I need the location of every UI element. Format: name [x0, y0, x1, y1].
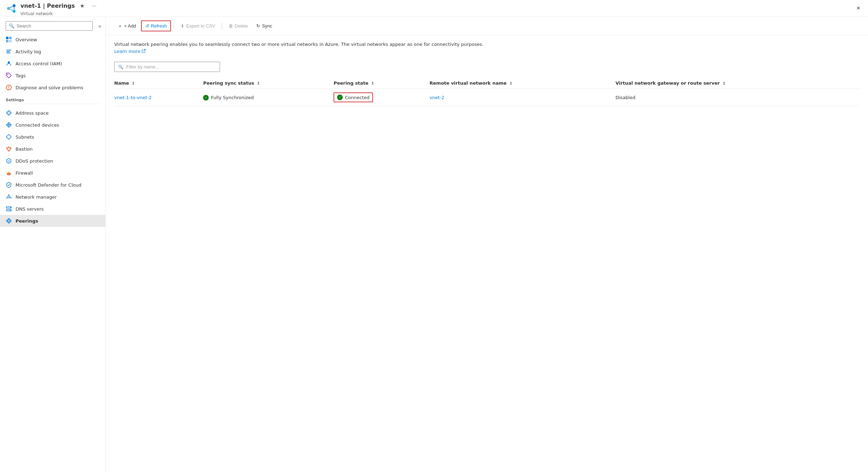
sidebar-item-overview[interactable]: Overview: [0, 34, 105, 46]
refresh-label: Refresh: [151, 23, 167, 29]
sidebar-item-label: DNS servers: [16, 206, 44, 212]
sidebar-item-dns-servers[interactable]: DNS servers: [0, 203, 105, 215]
refresh-button[interactable]: ↺ Refresh: [141, 20, 171, 31]
cell-sync-status: Fully Synchronized: [203, 89, 334, 106]
network-manager-icon: [6, 194, 12, 200]
defender-icon: [6, 182, 12, 188]
sidebar-item-subnets[interactable]: Subnets: [0, 131, 105, 143]
sync-label: Sync: [262, 23, 272, 29]
table-wrapper: Name ↕ Peering sync status ↕ Peering sta…: [106, 78, 868, 472]
sidebar-item-activity-log[interactable]: Activity log: [0, 46, 105, 58]
sidebar-item-label: Microsoft Defender for Cloud: [16, 182, 81, 188]
remote-vnet-link[interactable]: vnet-2: [429, 95, 444, 100]
bastion-icon: [6, 146, 12, 152]
export-button[interactable]: ⬇ Export to CSV: [177, 21, 219, 31]
svg-point-18: [8, 124, 10, 126]
svg-point-1: [13, 4, 16, 7]
learn-more-link[interactable]: Learn more: [114, 48, 146, 55]
sidebar-item-address-space[interactable]: Address space: [0, 107, 105, 119]
collapse-sidebar-button[interactable]: «: [96, 22, 104, 30]
col-name[interactable]: Name ↕: [114, 78, 203, 89]
sidebar-search-row: 🔍 «: [0, 21, 105, 31]
star-icon: ★: [80, 2, 85, 9]
toolbar-separator-2: [222, 23, 222, 30]
delete-label: Delete: [235, 23, 248, 29]
svg-point-0: [7, 7, 10, 10]
col-remote-vnet[interactable]: Remote virtual network name ↕: [429, 78, 615, 89]
gateway-value: Disabled: [616, 95, 635, 100]
sort-remote-icon: ↕: [509, 81, 512, 86]
title-text: vnet-1 | Peerings: [20, 2, 75, 9]
svg-point-31: [6, 198, 7, 199]
ddos-icon: [6, 158, 12, 164]
col-gateway[interactable]: Virtual network gateway or route server …: [616, 78, 860, 89]
diagnose-icon: [6, 84, 12, 91]
sidebar-item-label: Activity log: [16, 49, 41, 54]
sidebar-item-label: DDoS protection: [16, 158, 53, 164]
search-input[interactable]: [17, 23, 90, 29]
filter-input[interactable]: [126, 64, 216, 69]
svg-rect-11: [6, 51, 10, 52]
filter-search-icon: 🔍: [118, 65, 123, 69]
sidebar-item-connected-devices[interactable]: Connected devices: [0, 119, 105, 131]
add-label: + Add: [124, 23, 136, 29]
sidebar-nav: Overview Activity log Access control (IA…: [0, 34, 105, 227]
vnet-resource-icon: [6, 3, 17, 14]
svg-rect-9: [9, 40, 12, 42]
connected-devices-icon: [6, 122, 12, 128]
sidebar-item-label: Tags: [16, 73, 26, 78]
close-button[interactable]: ×: [854, 2, 862, 14]
svg-point-17: [8, 89, 9, 89]
svg-line-24: [6, 148, 9, 151]
favorite-button[interactable]: ★: [78, 0, 87, 11]
svg-rect-10: [6, 50, 11, 50]
sidebar-item-network-manager[interactable]: Network manager: [0, 191, 105, 203]
delete-button[interactable]: 🗑 Delete: [225, 21, 252, 31]
sidebar-item-peerings[interactable]: Peerings: [0, 215, 105, 227]
cell-peering-state: Connected: [334, 89, 429, 106]
iam-icon: [6, 60, 12, 67]
sync-button[interactable]: ↻ Sync: [253, 21, 276, 31]
col-sync-status[interactable]: Peering sync status ↕: [203, 78, 334, 89]
table-body: vnet-1-to-vnet-2 Fully Synchronized C: [114, 89, 860, 106]
search-box[interactable]: 🔍: [6, 21, 93, 31]
sidebar-item-ddos[interactable]: DDoS protection: [0, 155, 105, 167]
add-button[interactable]: ＋ + Add: [114, 21, 140, 31]
firewall-icon: [6, 170, 12, 176]
cell-gateway: Disabled: [616, 89, 860, 106]
sync-status-badge: Fully Synchronized: [203, 95, 254, 101]
sidebar-item-label: Firewall: [16, 170, 33, 176]
more-options-button[interactable]: ···: [90, 1, 98, 11]
sidebar-item-label: Bastion: [16, 146, 33, 152]
filter-row: 🔍: [106, 59, 868, 78]
svg-rect-7: [9, 37, 12, 39]
sort-gateway-icon: ↕: [722, 81, 726, 86]
export-label: Export to CSV: [186, 23, 215, 29]
sidebar-item-defender[interactable]: Microsoft Defender for Cloud: [0, 179, 105, 191]
subnets-icon: [6, 134, 12, 140]
toolbar: ＋ + Add ↺ Refresh ⬇ Export to CSV 🗑 Dele…: [106, 17, 868, 35]
sidebar-item-label: Connected devices: [16, 122, 59, 128]
sidebar-search-wrap: 🔍: [6, 21, 93, 31]
svg-line-3: [10, 6, 13, 8]
peering-state-badge: Connected: [334, 92, 373, 102]
add-icon: ＋: [118, 23, 122, 29]
top-bar: vnet-1 | Peerings ★ ··· Virtual network …: [0, 0, 868, 17]
sidebar-item-firewall[interactable]: Firewall: [0, 167, 105, 179]
peering-state-icon: [337, 95, 343, 100]
description-section: Virtual network peering enables you to s…: [106, 35, 868, 59]
sidebar-item-bastion[interactable]: Bastion: [0, 143, 105, 155]
peerings-icon: [6, 218, 12, 224]
svg-point-37: [10, 207, 11, 208]
address-space-icon: [6, 110, 12, 116]
sidebar-item-iam[interactable]: Access control (IAM): [0, 58, 105, 69]
sidebar-item-label: Subnets: [16, 134, 34, 140]
svg-point-28: [8, 196, 10, 198]
peering-name-link[interactable]: vnet-1-to-vnet-2: [114, 95, 152, 100]
sidebar-item-diagnose[interactable]: Diagnose and solve problems: [0, 81, 105, 93]
sidebar-item-tags[interactable]: Tags: [0, 69, 105, 81]
export-icon: ⬇: [181, 23, 184, 29]
col-peering-state[interactable]: Peering state ↕: [334, 78, 429, 89]
filter-input-wrapper[interactable]: 🔍: [114, 62, 220, 72]
learn-more-text: Learn more: [114, 48, 140, 55]
